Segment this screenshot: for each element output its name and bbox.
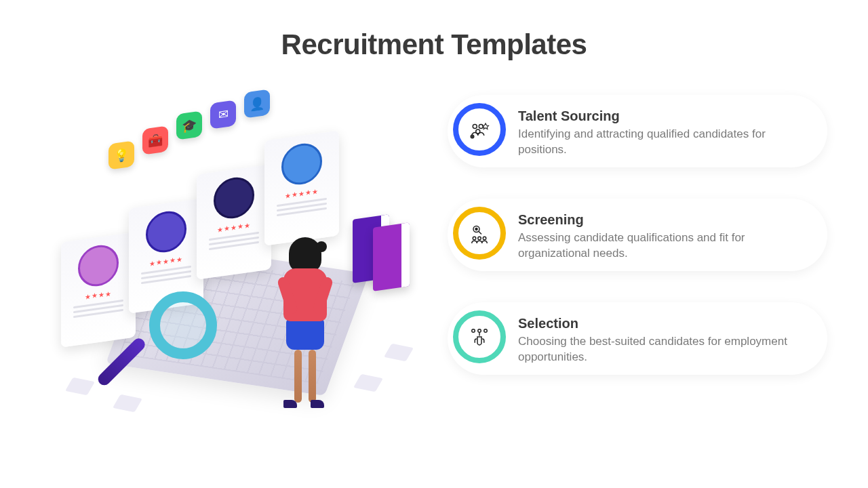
floor-tile (113, 394, 142, 412)
education-icon: 🎓 (176, 110, 202, 140)
floor-tile (384, 344, 414, 361)
magnifier-icon (149, 291, 217, 359)
card-body: Choosing the best-suited candidates for … (518, 334, 808, 365)
floor-tile (353, 374, 383, 392)
svg-point-8 (473, 237, 476, 240)
card-talent-sourcing: Talent Sourcing Identifying and attracti… (448, 95, 827, 167)
recruitment-illustration: 💡 🧰 🎓 ✉ 👤 ★★★★★ ★★★★★ ★★★★★ ★★★★ (41, 81, 420, 407)
candidate-card: ★★★★★ (197, 164, 271, 279)
selection-icon (453, 310, 506, 363)
idea-icon: 💡 (108, 140, 134, 169)
svg-point-4 (472, 136, 473, 138)
screening-icon (453, 207, 506, 260)
page-title: Recruitment Templates (0, 28, 868, 61)
info-card-list: Talent Sourcing Identifying and attracti… (448, 81, 827, 407)
svg-line-6 (479, 231, 482, 235)
svg-point-1 (479, 125, 483, 129)
briefcase-icon: 🧰 (142, 125, 168, 155)
floor-tile (65, 378, 95, 395)
svg-point-13 (484, 329, 488, 333)
card-screening: Screening Assessing candidate qualificat… (448, 199, 827, 271)
card-heading: Selection (518, 316, 808, 331)
card-body: Assessing candidate qualifications and f… (518, 230, 808, 262)
svg-point-10 (483, 237, 486, 240)
content-row: 💡 🧰 🎓 ✉ 👤 ★★★★★ ★★★★★ ★★★★★ ★★★★ (0, 61, 868, 407)
mail-icon: ✉ (210, 100, 236, 129)
card-selection: Selection Choosing the best-suited candi… (448, 302, 827, 375)
recruiter-person (264, 237, 346, 427)
card-heading: Screening (518, 212, 808, 228)
talent-sourcing-icon (453, 103, 506, 156)
candidate-card: ★★★★★ (264, 130, 339, 245)
svg-point-11 (472, 329, 475, 333)
card-body: Identifying and attracting qualified can… (518, 127, 808, 158)
candidate-card: ★★★★ (61, 232, 136, 347)
svg-point-12 (478, 329, 481, 333)
card-heading: Talent Sourcing (518, 108, 808, 124)
svg-point-7 (475, 228, 477, 230)
svg-point-9 (478, 237, 481, 240)
svg-point-0 (473, 125, 477, 129)
profile-icon: 👤 (244, 89, 270, 118)
